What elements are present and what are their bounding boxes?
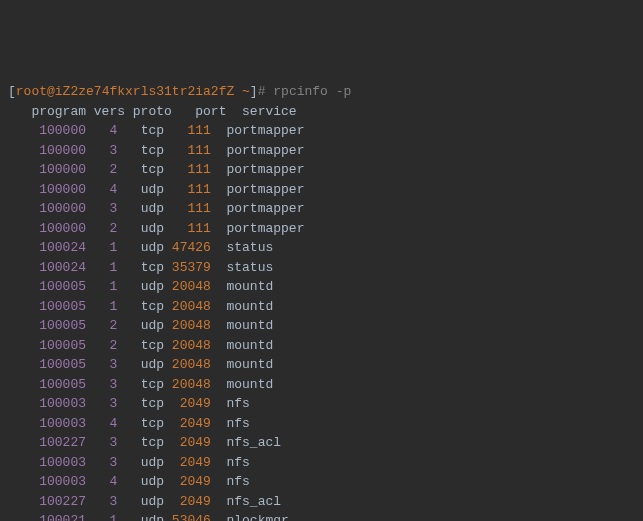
- table-row: 100024 1 tcp 35379 status: [8, 258, 635, 278]
- cell-program: 100003: [8, 474, 86, 489]
- cell-proto: tcp: [117, 416, 164, 431]
- cell-port: 20048: [164, 318, 211, 333]
- cell-proto: udp: [117, 201, 164, 216]
- cell-service: status: [211, 240, 273, 255]
- table-row: 100005 2 udp 20048 mountd: [8, 316, 635, 336]
- table-rows: 100000 4 tcp 111 portmapper 100000 3 tcp…: [8, 121, 635, 521]
- cell-proto: udp: [117, 240, 164, 255]
- cell-port: 2049: [164, 455, 211, 470]
- cell-vers: 4: [86, 182, 117, 197]
- cell-program: 100003: [8, 416, 86, 431]
- cell-service: mountd: [211, 377, 273, 392]
- cell-service: status: [211, 260, 273, 275]
- cell-vers: 3: [86, 494, 117, 509]
- cell-proto: tcp: [117, 435, 164, 450]
- cell-port: 2049: [164, 435, 211, 450]
- cell-port: 2049: [164, 416, 211, 431]
- cell-proto: tcp: [117, 377, 164, 392]
- cell-service: portmapper: [211, 123, 305, 138]
- cell-proto: tcp: [117, 123, 164, 138]
- cell-vers: 3: [86, 201, 117, 216]
- table-row: 100000 2 udp 111 portmapper: [8, 219, 635, 239]
- cell-proto: tcp: [117, 396, 164, 411]
- cell-vers: 3: [86, 435, 117, 450]
- cell-vers: 1: [86, 240, 117, 255]
- cell-vers: 2: [86, 338, 117, 353]
- cell-service: nfs_acl: [211, 494, 281, 509]
- cell-vers: 1: [86, 513, 117, 521]
- cell-service: nfs: [211, 474, 250, 489]
- cell-program: 100005: [8, 299, 86, 314]
- cell-vers: 1: [86, 279, 117, 294]
- cell-program: 100005: [8, 318, 86, 333]
- table-row: 100003 4 tcp 2049 nfs: [8, 414, 635, 434]
- cell-port: 111: [164, 201, 211, 216]
- cell-vers: 3: [86, 143, 117, 158]
- table-row: 100024 1 udp 47426 status: [8, 238, 635, 258]
- table-row: 100000 2 tcp 111 portmapper: [8, 160, 635, 180]
- prompt-line: [root@iZ2ze74fkxrls31tr2ia2fZ ~]# rpcinf…: [8, 84, 351, 99]
- cell-port: 53046: [164, 513, 211, 521]
- table-header: program vers proto port service: [8, 104, 297, 119]
- table-row: 100000 4 tcp 111 portmapper: [8, 121, 635, 141]
- prompt-user-host: root@iZ2ze74fkxrls31tr2ia2fZ ~: [16, 84, 250, 99]
- cell-program: 100000: [8, 221, 86, 236]
- cell-service: mountd: [211, 299, 273, 314]
- cell-vers: 1: [86, 260, 117, 275]
- cell-program: 100000: [8, 201, 86, 216]
- cell-proto: udp: [117, 279, 164, 294]
- cell-port: 111: [164, 123, 211, 138]
- cell-vers: 4: [86, 123, 117, 138]
- table-row: 100003 3 tcp 2049 nfs: [8, 394, 635, 414]
- cell-proto: tcp: [117, 299, 164, 314]
- cell-vers: 1: [86, 299, 117, 314]
- cell-program: 100000: [8, 162, 86, 177]
- cell-proto: udp: [117, 474, 164, 489]
- cell-program: 100024: [8, 240, 86, 255]
- table-row: 100005 1 tcp 20048 mountd: [8, 297, 635, 317]
- cell-service: portmapper: [211, 201, 305, 216]
- cell-proto: tcp: [117, 143, 164, 158]
- cell-vers: 3: [86, 377, 117, 392]
- cell-service: portmapper: [211, 182, 305, 197]
- cell-service: nlockmgr: [211, 513, 289, 521]
- cell-service: mountd: [211, 279, 273, 294]
- cell-program: 100000: [8, 123, 86, 138]
- cell-proto: udp: [117, 318, 164, 333]
- cell-service: nfs: [211, 396, 250, 411]
- cell-service: mountd: [211, 318, 273, 333]
- table-row: 100000 3 udp 111 portmapper: [8, 199, 635, 219]
- cell-program: 100005: [8, 377, 86, 392]
- cell-service: portmapper: [211, 143, 305, 158]
- cell-port: 20048: [164, 377, 211, 392]
- cell-program: 100005: [8, 338, 86, 353]
- cell-service: nfs: [211, 416, 250, 431]
- cell-service: nfs: [211, 455, 250, 470]
- table-row: 100005 1 udp 20048 mountd: [8, 277, 635, 297]
- terminal-output: [root@iZ2ze74fkxrls31tr2ia2fZ ~]# rpcinf…: [8, 82, 635, 521]
- cell-proto: udp: [117, 182, 164, 197]
- table-row: 100000 3 tcp 111 portmapper: [8, 141, 635, 161]
- cell-port: 111: [164, 162, 211, 177]
- cell-program: 100227: [8, 435, 86, 450]
- cell-port: 20048: [164, 279, 211, 294]
- table-row: 100005 3 udp 20048 mountd: [8, 355, 635, 375]
- cell-program: 100003: [8, 455, 86, 470]
- cell-program: 100000: [8, 182, 86, 197]
- cell-vers: 4: [86, 416, 117, 431]
- cell-proto: tcp: [117, 162, 164, 177]
- cell-program: 100005: [8, 357, 86, 372]
- cell-port: 111: [164, 143, 211, 158]
- table-row: 100227 3 udp 2049 nfs_acl: [8, 492, 635, 512]
- cell-program: 100000: [8, 143, 86, 158]
- table-row: 100021 1 udp 53046 nlockmgr: [8, 511, 635, 521]
- cell-proto: tcp: [117, 260, 164, 275]
- cell-vers: 3: [86, 455, 117, 470]
- cell-proto: udp: [117, 357, 164, 372]
- cell-port: 35379: [164, 260, 211, 275]
- cell-vers: 3: [86, 357, 117, 372]
- table-row: 100005 2 tcp 20048 mountd: [8, 336, 635, 356]
- cell-port: 111: [164, 221, 211, 236]
- cell-port: 20048: [164, 299, 211, 314]
- cell-service: portmapper: [211, 221, 305, 236]
